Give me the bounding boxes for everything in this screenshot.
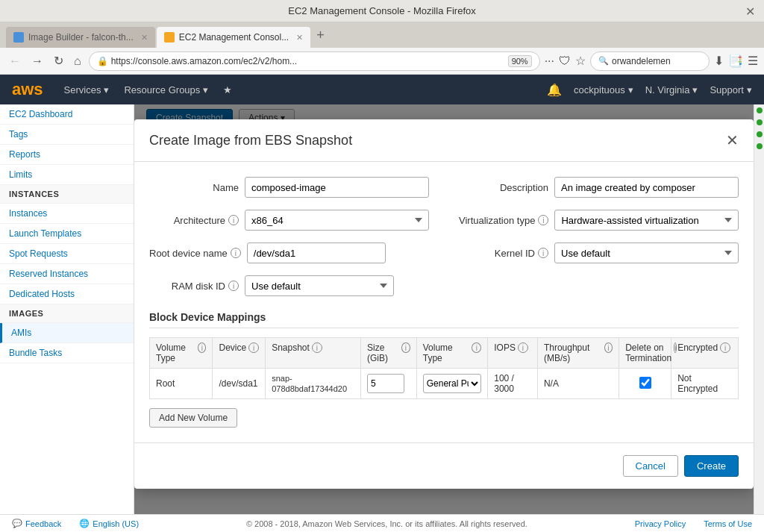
col-snapshot-info[interactable]: i: [312, 342, 322, 353]
back-button[interactable]: ←: [6, 53, 24, 69]
region-menu[interactable]: N. Virginia ▾: [645, 84, 698, 96]
region-label: N. Virginia: [645, 84, 690, 96]
favorites-icon[interactable]: ★: [223, 84, 232, 96]
title-bar: EC2 Management Console - Mozilla Firefox…: [0, 0, 764, 22]
sidebar-item-reports[interactable]: Reports: [0, 145, 134, 165]
kernel-id-info-icon[interactable]: i: [538, 248, 548, 258]
sidebar-item-launch-templates[interactable]: Launch Templates: [0, 224, 134, 244]
delete-on-termination-checkbox[interactable]: [639, 377, 651, 389]
status-dot-2: [757, 119, 763, 125]
user-menu[interactable]: cockpituous ▾: [574, 84, 633, 96]
virtualization-select[interactable]: Hardware-assisted virtualization Paravir…: [554, 210, 739, 231]
sidebar-item-bundle-tasks[interactable]: Bundle Tasks: [0, 343, 134, 363]
status-sidebar: [754, 104, 764, 514]
root-device-input[interactable]: [247, 242, 386, 263]
feedback-link[interactable]: 💬 Feedback: [12, 519, 61, 528]
col-volume-type-info[interactable]: i: [198, 342, 206, 353]
new-tab-button[interactable]: +: [312, 28, 329, 43]
tab-ec2[interactable]: EC2 Management Consol... ✕: [157, 27, 310, 48]
modal-header: Create Image from EBS Snapshot ✕: [134, 119, 754, 162]
tab-image-builder-close[interactable]: ✕: [141, 33, 148, 43]
col-vol-type-info[interactable]: i: [472, 342, 481, 353]
page-footer: 💬 Feedback 🌐 English (US) © 2008 - 2018,…: [0, 514, 764, 532]
sidebar-item-amis[interactable]: AMIs: [0, 323, 134, 343]
tab-ec2-close[interactable]: ✕: [296, 33, 303, 43]
cell-encrypted: Not Encrypted: [671, 369, 739, 399]
col-header-snapshot: Snapshot i: [266, 338, 361, 369]
name-label: Name: [149, 182, 239, 193]
download-icon[interactable]: ⬇: [714, 54, 724, 68]
support-menu[interactable]: Support ▾: [710, 84, 752, 96]
refresh-button[interactable]: ↻: [51, 52, 66, 69]
sidebar-item-spot-requests[interactable]: Spot Requests: [0, 244, 134, 264]
col-throughput-info[interactable]: i: [604, 342, 613, 353]
tab-image-builder-label: Image Builder - falcon-th...: [28, 32, 134, 43]
bdm-section: Block Device Mappings Volume Type i: [149, 311, 739, 428]
sidebar-item-instances[interactable]: Instances: [0, 204, 134, 224]
bookmark-icon[interactable]: ☆: [575, 54, 586, 68]
language-selector[interactable]: 🌐 English (US): [79, 519, 139, 528]
window-close-button[interactable]: ✕: [745, 4, 755, 18]
architecture-info-icon[interactable]: i: [228, 215, 239, 225]
description-input[interactable]: [554, 177, 739, 198]
form-group-description: Description: [459, 177, 739, 198]
cell-size[interactable]: [360, 369, 416, 399]
services-menu[interactable]: Services ▾: [64, 84, 110, 96]
tab-ec2-label: EC2 Management Consol...: [179, 32, 289, 43]
form-group-ramdisk: RAM disk ID i Use default: [149, 275, 429, 296]
privacy-link[interactable]: Privacy Policy: [635, 519, 686, 528]
terms-link[interactable]: Terms of Use: [704, 519, 752, 528]
sidebar-item-limits[interactable]: Limits: [0, 165, 134, 185]
url-box[interactable]: 🔒 https://console.aws.amazon.com/ec2/v2/…: [89, 51, 540, 71]
size-input[interactable]: [367, 374, 404, 393]
name-input[interactable]: [245, 177, 429, 198]
hamburger-icon[interactable]: ☰: [748, 54, 758, 68]
ramdisk-select[interactable]: Use default: [245, 275, 394, 296]
resource-groups-menu[interactable]: Resource Groups ▾: [124, 84, 208, 96]
cancel-button[interactable]: Cancel: [623, 455, 678, 477]
sidebar-item-tags[interactable]: Tags: [0, 125, 134, 145]
ramdisk-info-icon[interactable]: i: [228, 281, 239, 291]
browser-menu-button[interactable]: ···: [545, 54, 554, 68]
col-encrypted-info[interactable]: i: [720, 342, 730, 353]
col-device-info[interactable]: i: [248, 342, 259, 353]
form-group-name: Name: [149, 177, 429, 198]
vol-type-select[interactable]: General Purpose Provisioned IOPS Magneti…: [423, 374, 482, 393]
sidebar-item-reserved[interactable]: Reserved Instances: [0, 264, 134, 284]
col-size-info[interactable]: i: [401, 342, 410, 353]
form-group-architecture: Architecture i x86_64 i386: [149, 210, 429, 231]
architecture-select[interactable]: x86_64 i386: [245, 210, 429, 231]
modal-body: Name Description Architecture: [134, 162, 754, 442]
root-device-label: Root device name i: [149, 248, 241, 259]
tab-image-builder[interactable]: Image Builder - falcon-th... ✕: [6, 27, 155, 48]
address-bar: ← → ↻ ⌂ 🔒 https://console.aws.amazon.com…: [0, 48, 764, 75]
add-new-volume-button[interactable]: Add New Volume: [149, 408, 237, 428]
shield-icon: 🛡: [559, 54, 571, 68]
col-header-size: Size (GiB) i: [360, 338, 416, 369]
root-device-info-icon[interactable]: i: [231, 248, 241, 258]
cell-vol-type[interactable]: General Purpose Provisioned IOPS Magneti…: [416, 369, 488, 399]
create-button[interactable]: Create: [684, 455, 739, 477]
modal-close-button[interactable]: ✕: [726, 131, 739, 149]
create-image-modal: Create Image from EBS Snapshot ✕ Name De…: [134, 119, 754, 489]
tab-image-builder-icon: [13, 32, 24, 43]
home-button[interactable]: ⌂: [71, 53, 84, 69]
virtualization-label: Virtualization type i: [459, 215, 548, 226]
sidebar-item-dedicated[interactable]: Dedicated Hosts: [0, 284, 134, 304]
form-row-root-kernel: Root device name i Kernel ID i Use: [149, 242, 739, 263]
description-label: Description: [459, 182, 548, 193]
globe-icon: 🌐: [79, 519, 90, 528]
status-dot-3: [757, 131, 763, 137]
virtualization-info-icon[interactable]: i: [538, 215, 548, 225]
forward-button[interactable]: →: [28, 53, 46, 69]
col-header-encrypted: Encrypted i: [671, 338, 739, 369]
notification-icon[interactable]: 🔔: [547, 83, 562, 97]
col-iops-info[interactable]: i: [518, 342, 528, 353]
cell-delete-on-term[interactable]: [619, 369, 671, 399]
kernel-id-select[interactable]: Use default: [554, 242, 739, 263]
search-box[interactable]: 🔍 orwandelemen: [590, 51, 710, 71]
reader-icon[interactable]: 📑: [728, 54, 743, 68]
form-row-name-description: Name Description: [149, 177, 739, 198]
sidebar-item-ec2-dashboard[interactable]: EC2 Dashboard: [0, 104, 134, 125]
form-row-ramdisk: RAM disk ID i Use default: [149, 275, 739, 296]
